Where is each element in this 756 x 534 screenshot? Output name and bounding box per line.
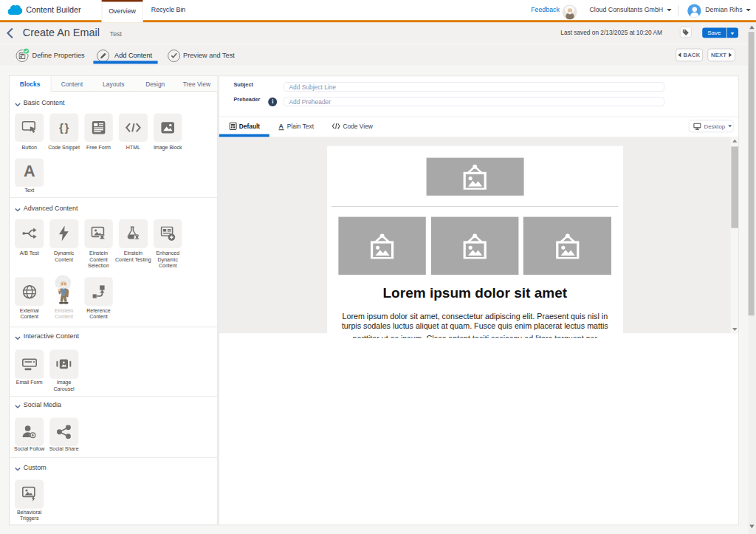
svg-text:A: A — [278, 122, 284, 129]
